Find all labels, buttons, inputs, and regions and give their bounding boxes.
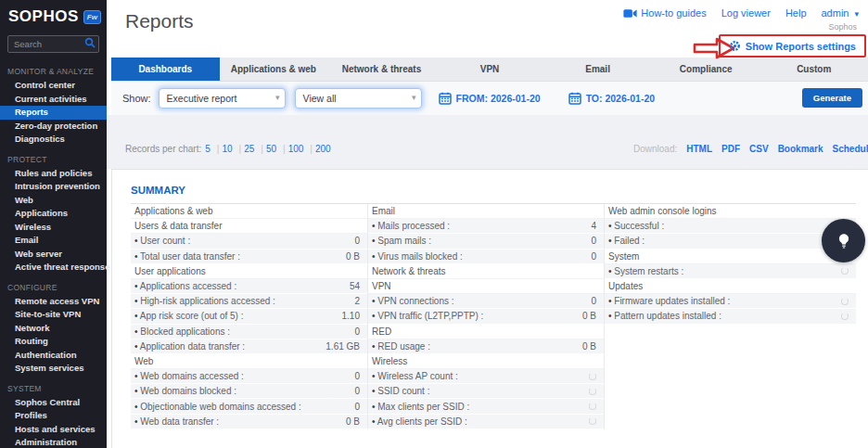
summary-item-row: Failed :: [605, 234, 856, 249]
summary-group-row: User applications: [131, 264, 367, 279]
summary-card: SUMMARY Applications & webUsers & data t…: [111, 169, 868, 448]
sidebar-item-sophos-central[interactable]: Sophos Central: [0, 396, 107, 410]
summary-row-label: Wireless: [372, 356, 407, 366]
download-option-pdf[interactable]: PDF: [721, 144, 740, 154]
summary-item-row: Avg clients per SSID :: [368, 415, 604, 429]
sidebar-item-intrusion-prevention[interactable]: Intrusion prevention: [0, 180, 107, 194]
tab-custom[interactable]: Custom: [760, 58, 868, 81]
sidebar-item-control-center[interactable]: Control center: [0, 79, 107, 93]
summary-row-label: User applications: [134, 266, 206, 276]
sidebar-item-routing[interactable]: Routing: [0, 335, 107, 349]
tab-dashboards[interactable]: Dashboards: [111, 58, 220, 81]
summary-row-label: Mails processed :: [372, 221, 450, 231]
sidebar-item-system-services[interactable]: System services: [0, 362, 107, 376]
view-dropdown[interactable]: View all: [295, 88, 422, 109]
summary-item-row: Firmware updates installed :: [605, 294, 856, 309]
summary-value: 0: [591, 236, 596, 246]
summary-item-row: Wireless AP count :: [368, 369, 604, 384]
records-option-5[interactable]: 5: [205, 144, 222, 154]
top-link-label: Help: [785, 7, 807, 19]
sidebar-nav: MONITOR & ANALYZEControl centerCurrent a…: [0, 58, 107, 448]
records-download-band: Records per chart: 5102550100200 Downloa…: [107, 115, 868, 169]
show-reports-settings-button[interactable]: Show Reports settings: [746, 41, 856, 52]
sidebar-item-hosts-and-services[interactable]: Hosts and services: [0, 423, 107, 437]
summary-value: 1.61 GB: [326, 341, 360, 352]
records-option-10[interactable]: 10: [222, 144, 244, 154]
sidebar-item-web-server[interactable]: Web server: [0, 248, 107, 262]
records-option-25[interactable]: 25: [244, 144, 266, 154]
summary-item-row: Max clients per SSID :: [368, 399, 604, 414]
records-option-50[interactable]: 50: [266, 144, 288, 154]
tab-network-threats[interactable]: Network & threats: [327, 58, 436, 81]
sidebar-item-administration[interactable]: Administration: [0, 436, 107, 448]
top-link-admin[interactable]: admin: [822, 7, 860, 19]
download-option-csv[interactable]: CSV: [749, 144, 769, 154]
sidebar-item-authentication[interactable]: Authentication: [0, 349, 107, 363]
sidebar-item-applications[interactable]: Applications: [0, 207, 107, 221]
summary-row-label: SSID count :: [372, 386, 429, 396]
download-option-html[interactable]: HTML: [686, 144, 712, 154]
sophos-logo: SOPHOS Fw: [0, 0, 107, 31]
download-option-bookmark[interactable]: Bookmark: [778, 144, 823, 154]
summary-row-label: VPN connections :: [372, 296, 454, 306]
tab-email[interactable]: Email: [543, 58, 652, 81]
sidebar-item-network[interactable]: Network: [0, 322, 107, 336]
top-link-how-to-guides[interactable]: How-to guides: [623, 7, 706, 19]
to-date-label: TO: 2026-01-20: [586, 93, 656, 104]
show-label: Show:: [122, 93, 151, 104]
loading-spinner-icon: [589, 388, 596, 395]
search-icon[interactable]: [84, 37, 96, 48]
summary-row-label: Application data transfer :: [134, 341, 245, 352]
summary-title: SUMMARY: [131, 185, 856, 196]
report-type-dropdown[interactable]: Executive report: [159, 88, 286, 109]
summary-value: 0: [354, 402, 360, 412]
summary-row-label: Blocked applications :: [134, 326, 230, 337]
summary-item-row: SSID count :: [368, 384, 604, 399]
sidebar-item-remote-access-vpn[interactable]: Remote access VPN: [0, 295, 107, 309]
download-option-schedule[interactable]: Schedule: [833, 144, 868, 154]
from-date-picker[interactable]: FROM: 2026-01-20: [439, 92, 541, 105]
sidebar: SOPHOS Fw MONITOR & ANALYZEControl cente…: [0, 0, 107, 448]
tab-compliance[interactable]: Compliance: [652, 58, 760, 81]
sidebar-item-active-threat-response[interactable]: Active threat response: [0, 261, 107, 275]
sidebar-item-reports[interactable]: Reports: [0, 106, 107, 120]
summary-row-label: Applications & web: [134, 206, 213, 216]
summary-item-row: Web domains blocked :0: [131, 384, 367, 399]
loading-spinner-icon: [589, 403, 596, 410]
tips-lightbulb-button[interactable]: [822, 219, 865, 262]
sidebar-item-diagnostics[interactable]: Diagnostics: [0, 133, 107, 147]
summary-row-label: Email: [372, 206, 395, 216]
caret-down-icon: [852, 7, 859, 19]
summary-item-row: Successful :: [605, 219, 856, 234]
summary-group-row: Updates: [605, 279, 856, 294]
summary-row-label: RED: [372, 326, 391, 337]
sidebar-item-email[interactable]: Email: [0, 234, 107, 248]
tab-vpn[interactable]: VPN: [436, 58, 544, 81]
loading-spinner-icon: [841, 298, 849, 305]
generate-button[interactable]: Generate: [802, 88, 862, 108]
sidebar-item-rules-and-policies[interactable]: Rules and policies: [0, 167, 107, 181]
sidebar-item-zero-day-protection[interactable]: Zero-day protection: [0, 120, 107, 134]
records-option-100[interactable]: 100: [288, 144, 315, 154]
summary-item-row: VPN traffic (L2TP,PPTP) :0 B: [368, 309, 604, 324]
loading-spinner-icon: [841, 267, 849, 275]
tab-applications-web[interactable]: Applications & web: [220, 58, 328, 81]
sidebar-item-site-to-site-vpn[interactable]: Site-to-site VPN: [0, 308, 107, 322]
summary-item-row: App risk score (out of 5) :1.10: [131, 309, 367, 324]
top-link-label: Log viewer: [721, 7, 771, 19]
to-date-picker[interactable]: TO: 2026-01-20: [568, 92, 656, 105]
filterbar: Show: Executive report View all FROM: 20…: [111, 82, 868, 115]
summary-row-label: Web: [134, 356, 153, 366]
sidebar-item-current-activities[interactable]: Current activities: [0, 93, 107, 107]
top-link-help[interactable]: Help: [785, 7, 807, 19]
summary-item-row: High-risk applications accessed :2: [131, 294, 367, 309]
records-option-200[interactable]: 200: [315, 144, 331, 154]
summary-group-row: System: [605, 250, 856, 264]
sidebar-item-profiles[interactable]: Profiles: [0, 409, 107, 423]
top-link-log-viewer[interactable]: Log viewer: [721, 7, 771, 19]
sidebar-section-label: PROTECT: [0, 147, 107, 167]
summary-row-label: Network & threats: [372, 266, 445, 276]
summary-row-label: Updates: [608, 281, 643, 291]
sidebar-item-wireless[interactable]: Wireless: [0, 221, 107, 235]
sidebar-item-web[interactable]: Web: [0, 194, 107, 208]
